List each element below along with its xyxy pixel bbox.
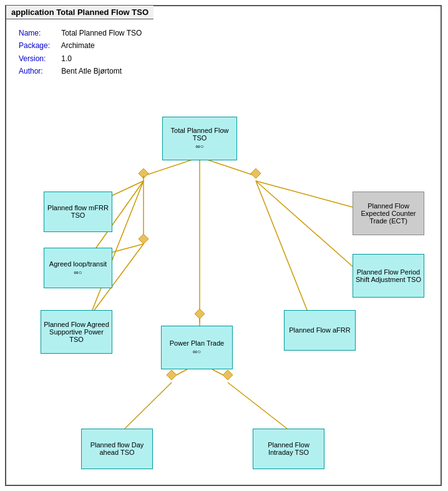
svg-line-12 — [256, 181, 312, 323]
node-planned-flow-intraday[interactable]: Planned Flow Intraday TSO — [253, 429, 324, 469]
main-window: application Total Planned Flow TSO Name:… — [5, 5, 442, 486]
node-power-plan-trade[interactable]: Power Plan Trade ∞○ — [161, 326, 233, 369]
svg-marker-19 — [139, 234, 149, 244]
svg-marker-14 — [167, 370, 177, 380]
svg-marker-9 — [251, 168, 261, 178]
package-value: Archimate — [61, 41, 95, 50]
svg-line-18 — [228, 382, 287, 429]
node-planned-flow-psa[interactable]: Planned Flow Period Shift Adjustment TSO — [353, 254, 424, 298]
node-planned-flow-afrr[interactable]: Planned Flow aFRR — [284, 310, 356, 351]
window-title: application Total Planned Flow TSO — [6, 6, 153, 19]
svg-line-16 — [212, 369, 228, 377]
svg-line-13 — [172, 369, 187, 377]
svg-marker-1 — [139, 168, 149, 178]
node-agreed-loop[interactable]: Agreed loop/transit ∞○ — [44, 248, 112, 288]
svg-marker-17 — [223, 370, 233, 380]
author-label: Author: — [19, 65, 59, 77]
meta-info: Name: Total Planned Flow TSO Package: Ar… — [6, 19, 441, 85]
name-label: Name: — [19, 27, 59, 39]
svg-marker-6 — [195, 309, 205, 319]
author-value: Bent Atle Bjørtomt — [61, 67, 122, 75]
node-planned-flow-agreed[interactable]: Planned Flow Agreed Supportive Power TSO — [41, 310, 112, 354]
version-label: Version: — [19, 52, 59, 65]
name-value: Total Planned Flow TSO — [61, 29, 142, 37]
diagram-area: Total Planned Flow TSO ∞○ Planned flow m… — [6, 85, 441, 485]
node-planned-flow-mfrr[interactable]: Planned flow mFRR TSO — [44, 192, 112, 232]
node-planned-flow-ect[interactable]: Planned Flow Expected Counter Trade (ECT… — [353, 192, 424, 235]
version-value: 1.0 — [61, 54, 72, 63]
package-label: Package: — [19, 39, 59, 52]
node-total-planned-flow[interactable]: Total Planned Flow TSO ∞○ — [162, 117, 237, 160]
svg-line-15 — [125, 382, 172, 429]
svg-line-11 — [256, 181, 353, 266]
svg-line-10 — [256, 181, 353, 207]
node-planned-flow-day[interactable]: Planned flow Day ahead TSO — [81, 429, 153, 469]
